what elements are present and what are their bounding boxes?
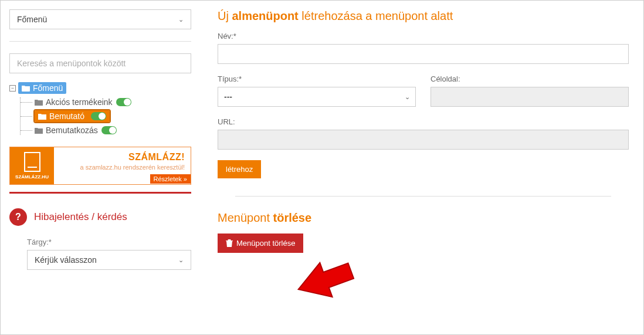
subject-select[interactable]: Kérjük válasszon ⌄ bbox=[27, 250, 191, 270]
toggle-switch[interactable] bbox=[101, 126, 117, 134]
heading-text: Menüpont bbox=[218, 211, 273, 224]
url-label: URL: bbox=[218, 117, 629, 126]
delete-heading: Menüpont törlése bbox=[218, 211, 629, 225]
folder-icon bbox=[35, 99, 43, 106]
banner-title: SZÁMLÁZZ! bbox=[54, 152, 191, 163]
promo-banner[interactable]: SZÁMLÁZZ.HU SZÁMLÁZZ! a szamlazz.hu rend… bbox=[9, 147, 191, 185]
create-button[interactable]: létrehoz bbox=[218, 160, 261, 178]
folder-open-icon bbox=[38, 113, 46, 120]
trash-icon bbox=[226, 239, 233, 247]
search-input-wrap[interactable] bbox=[9, 53, 191, 73]
document-icon bbox=[24, 152, 40, 172]
search-input[interactable] bbox=[17, 59, 184, 68]
tree-connector bbox=[21, 116, 32, 117]
tree-item-label[interactable]: Akciós termékeink bbox=[46, 97, 113, 107]
target-label: Céloldal: bbox=[431, 75, 629, 83]
toggle-switch[interactable] bbox=[116, 98, 131, 106]
banner-details-link[interactable]: Részletek » bbox=[150, 174, 191, 184]
heading-strong: törlése bbox=[273, 211, 312, 224]
red-divider bbox=[9, 192, 191, 194]
folder-open-icon bbox=[22, 85, 30, 92]
banner-subtitle: a szamlazz.hu rendszerén keresztül! bbox=[54, 164, 191, 171]
create-submenu-heading: Új almenüpont létrehozása a menüpont ala… bbox=[218, 9, 629, 23]
help-title: Hibajelentés / kérdés bbox=[34, 211, 127, 223]
divider bbox=[9, 41, 191, 42]
tree-item-label: Bemutató bbox=[49, 111, 84, 121]
url-input bbox=[218, 130, 629, 150]
question-mark-icon: ? bbox=[9, 208, 27, 226]
help-section: ? Hibajelentés / kérdés Tárgy:* Kérjük v… bbox=[9, 208, 191, 270]
banner-logo-box: SZÁMLÁZZ.HU bbox=[10, 147, 54, 184]
section-divider bbox=[235, 196, 611, 197]
menu-tree: − Főmenü Akciós termékeink Bem bbox=[9, 82, 191, 135]
delete-menu-button[interactable]: Menüpont törlése bbox=[218, 234, 303, 253]
tree-connector bbox=[21, 130, 32, 131]
toggle-switch[interactable] bbox=[91, 112, 106, 120]
type-label: Típus:* bbox=[218, 75, 416, 83]
menu-selector-value: Főmenü bbox=[17, 15, 47, 24]
heading-text: Új bbox=[218, 9, 232, 22]
tree-collapse-icon[interactable]: − bbox=[9, 85, 16, 92]
type-select[interactable]: --- bbox=[218, 87, 416, 107]
chevron-down-icon: ⌄ bbox=[178, 16, 184, 23]
heading-strong: almenüpont bbox=[232, 9, 298, 22]
menu-selector[interactable]: Főmenü ⌄ bbox=[9, 9, 191, 29]
tree-item-selected[interactable]: Bemutató bbox=[35, 110, 110, 122]
banner-content: SZÁMLÁZZ! a szamlazz.hu rendszerén keres… bbox=[54, 147, 191, 184]
name-input[interactable] bbox=[218, 44, 629, 64]
tree-root-label: Főmenü bbox=[33, 83, 63, 93]
tree-connector bbox=[21, 102, 32, 103]
chevron-down-icon: ⌄ bbox=[178, 256, 184, 264]
banner-logo-text: SZÁMLÁZZ.HU bbox=[15, 174, 49, 180]
tree-root-node[interactable]: Főmenü bbox=[18, 82, 66, 94]
name-label: Név:* bbox=[218, 32, 629, 40]
subject-label: Tárgy:* bbox=[27, 238, 191, 246]
tree-item-label[interactable]: Bemutatkozás bbox=[46, 126, 98, 135]
folder-icon bbox=[35, 127, 43, 134]
delete-button-label: Menüpont törlése bbox=[236, 239, 295, 248]
subject-value: Kérjük válasszon bbox=[35, 255, 97, 265]
target-input bbox=[431, 87, 629, 107]
heading-text: létrehozása a menüpont alatt bbox=[299, 9, 453, 22]
